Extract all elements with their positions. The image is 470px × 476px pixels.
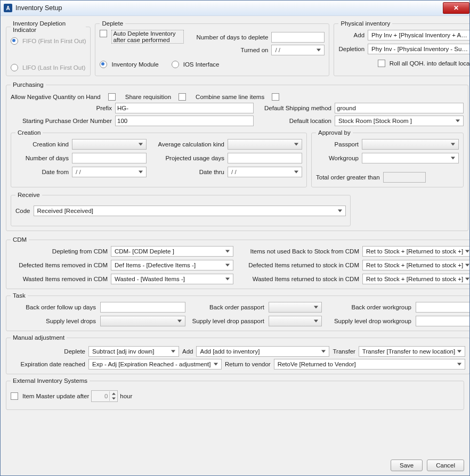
group-manual-adjustment: Manual adjustment Deplete Subtract [adj … — [6, 334, 469, 374]
combo-manual-add[interactable]: Add [add to inventory] — [196, 346, 329, 357]
radio-ios-interface-label: IOS Interface — [183, 61, 220, 68]
combo-default-location-value: Stock Room [Stock Room ] — [337, 118, 453, 124]
spin-hours-value: 0 — [92, 393, 109, 399]
legend-external-inventory: External Inventory Systems — [11, 377, 90, 384]
radio-inventory-module-label: Inventory Module — [111, 61, 158, 68]
label-manual-deplete: Deplete — [11, 348, 85, 355]
label-allow-neg: Allow Negative Quantity on Hand — [11, 94, 101, 100]
legend-approval: Approval by — [316, 129, 353, 136]
combo-cdm-back-to-stock[interactable]: Ret to Stock + [Returned to stock +] — [362, 246, 469, 257]
input-total-greater[interactable] — [383, 172, 426, 183]
input-ds-method[interactable] — [335, 103, 464, 113]
radio-ios-interface[interactable]: IOS Interface — [172, 61, 220, 68]
check-auto-deplete-label: Auto Deplete Inventory after case perfor… — [111, 30, 184, 44]
radio-fifo[interactable]: FIFO (First In First Out) — [11, 37, 86, 45]
label-phys-depletion: Depletion — [338, 46, 364, 52]
combo-value: Ret to Stock + [Returned to stock +] — [364, 248, 463, 255]
radio-fifo-label: FIFO (First In First Out) — [22, 38, 86, 44]
radio-icon — [11, 64, 18, 71]
radio-lifo[interactable]: LIFO (Last In First Out) — [11, 64, 86, 71]
combo-phys-add[interactable]: Phy Inv + [Physical Inventory + Add] — [368, 30, 469, 40]
chevron-down-icon[interactable] — [110, 396, 117, 401]
combo-cdm-wasted-removed[interactable]: Wasted - [Wasted Items -] — [111, 274, 233, 284]
group-deplete: Deplete Auto Deplete Inventory after cas… — [95, 20, 329, 76]
check-allow-neg[interactable] — [108, 93, 116, 101]
checkbox-icon — [378, 60, 385, 67]
check-auto-deplete-row[interactable]: Auto Deplete Inventory after case perfor… — [100, 30, 185, 55]
combo-manual-transfer[interactable]: Transfer [Transfer to new location] — [359, 346, 465, 357]
check-roll-qoh[interactable]: Roll all QOH. into default location — [338, 60, 469, 67]
combo-manual-deplete[interactable]: Subtract [adj inv down] — [88, 346, 179, 357]
label-ds-method: Default Shipping method — [257, 105, 331, 111]
group-depletion-indicator: Inventory Depletion Indicator FIFO (Firs… — [6, 20, 91, 76]
combo-default-location[interactable]: Stock Room [Stock Room ] — [335, 116, 464, 126]
chevron-down-icon — [319, 347, 328, 356]
combo-cdm-deplete[interactable]: CDM- [CDM Deplete ] — [111, 246, 233, 257]
input-proj-days[interactable] — [228, 153, 302, 163]
label-cdm-deplete: Depleting from CDM — [52, 248, 108, 255]
input-num-days-deplete[interactable] — [271, 32, 325, 43]
label-turned-on: Turned on — [188, 47, 268, 53]
check-share-req[interactable] — [179, 93, 186, 101]
input-prefix[interactable] — [115, 103, 254, 113]
combo-value: Ret to Stock + [Returned to stock +] — [364, 276, 463, 282]
label-proj-days: Projected usage days — [165, 155, 224, 161]
window-body: Inventory Depletion Indicator FIFO (Firs… — [1, 16, 469, 456]
combo-receive-code[interactable]: Received [Received] — [34, 206, 346, 216]
legend-cdm: CDM — [11, 236, 29, 243]
label-receive-code: Code — [15, 208, 30, 214]
label-hour: hour — [120, 393, 132, 399]
check-item-master[interactable] — [11, 392, 18, 400]
combo-bo-passport[interactable] — [269, 302, 322, 313]
chevron-down-icon — [312, 303, 320, 311]
date-thru[interactable]: / / — [228, 167, 302, 177]
chevron-down-icon — [463, 261, 469, 269]
spin-hours[interactable]: 0 — [91, 390, 118, 402]
legend-manual-adjustment: Manual adjustment — [11, 334, 67, 341]
label-approval-workgroup: Workgroup — [329, 155, 359, 161]
group-task: Task Back order follow up days Back orde… — [6, 292, 469, 331]
combo-value: Transfer [Transfer to new location] — [361, 348, 455, 355]
input-bo-days[interactable] — [100, 302, 185, 313]
combo-value: Def Items - [Defective Items -] — [113, 262, 223, 268]
legend-purchasing: Purchasing — [11, 81, 46, 88]
save-button[interactable]: Save — [391, 459, 423, 471]
chevron-up-icon[interactable] — [110, 391, 117, 396]
combo-phys-depletion[interactable]: Phy Inv - [Physical Inventory - Subtract… — [368, 44, 469, 54]
close-button[interactable]: ✕ — [443, 2, 469, 14]
combo-manual-expiration[interactable]: Exp - Adj [Expiration Reached - adjustme… — [88, 359, 222, 370]
group-approval: Approval by Passport Workgroup Total ord… — [311, 129, 464, 187]
label-manual-rtv: Return to vendor — [225, 361, 271, 367]
check-combine-same[interactable] — [272, 93, 279, 101]
combo-cdm-defective-returned[interactable]: Ret to Stock + [Returned to stock +] — [362, 260, 469, 270]
radio-lifo-label: LIFO (Last In First Out) — [22, 64, 85, 71]
combo-bo-workgroup[interactable] — [416, 302, 469, 313]
group-receive: Receive Code Received [Received] — [11, 192, 351, 226]
cancel-button[interactable]: Cancel — [427, 459, 464, 471]
close-icon: ✕ — [453, 4, 459, 12]
combo-sl-drops[interactable] — [100, 316, 185, 326]
label-sl-drops: Supply level drops — [46, 318, 96, 324]
date-from[interactable]: / / — [72, 167, 147, 177]
combo-cdm-defective-removed[interactable]: Def Items - [Defective Items -] — [111, 260, 233, 270]
label-approval-passport: Passport — [335, 141, 359, 147]
combo-sl-passport[interactable] — [269, 316, 322, 326]
checkbox-icon — [100, 30, 107, 37]
combo-approval-passport[interactable] — [362, 139, 459, 150]
combo-sl-workgroup[interactable] — [416, 316, 469, 326]
combo-avg-kind[interactable] — [228, 139, 302, 150]
combo-creation-kind[interactable] — [72, 139, 147, 150]
input-spon[interactable] — [115, 116, 254, 126]
combo-cdm-wasted-returned[interactable]: Ret to Stock + [Returned to stock +] — [362, 274, 469, 284]
input-creation-days[interactable] — [72, 153, 147, 163]
chevron-down-icon — [449, 154, 457, 162]
label-prefix: Prefix — [11, 105, 112, 111]
combo-approval-workgroup[interactable] — [362, 153, 459, 163]
group-external-inventory: External Inventory Systems Item Master u… — [6, 377, 464, 410]
date-turned-on[interactable]: / / — [271, 45, 325, 55]
combo-manual-rtv[interactable]: RetoVe [Returned to Vendor] — [274, 359, 465, 370]
radio-inventory-module[interactable]: Inventory Module — [100, 61, 158, 68]
legend-depletion-indicator: Inventory Depletion Indicator — [11, 20, 86, 33]
group-physical-inventory: Physical inventory Add Phy Inv + [Physic… — [334, 20, 469, 76]
group-creation: Creation Creation kind Average calculati… — [11, 129, 307, 187]
